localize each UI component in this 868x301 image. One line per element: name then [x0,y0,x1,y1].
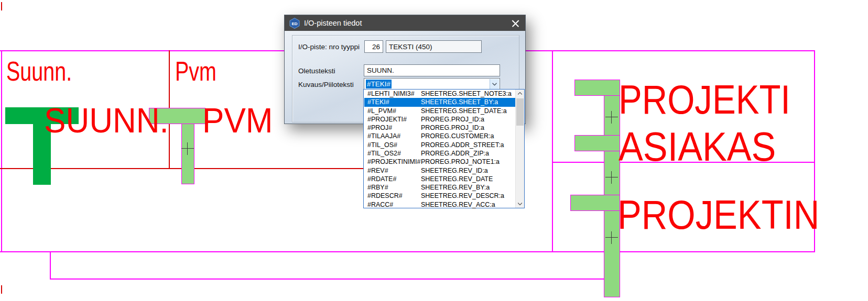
combobox-selected-text: #TEKI# [366,80,392,88]
insertion-point-cross [605,231,618,244]
dropdown-item[interactable]: #RBY#SHEETREG.REV_BY:a [364,183,515,192]
dropdown-item-code: #PROJEKTINIMI# [364,158,421,165]
canvas-text-suunn-placeholder[interactable]: SUUNN. [44,103,169,138]
canvas-text-suunn-label[interactable]: Suunn. [6,58,72,85]
dropdown-item[interactable]: #TIL_OS#PROREG.ADDR_STREET:a [364,141,515,149]
insertion-point-cross [605,111,618,124]
sheet-border-bottom-line [0,251,815,252]
io-point-number-field[interactable]: 26 [364,40,383,53]
chevron-down-icon[interactable] [490,79,499,89]
dropdown-item-code: #TIL_OS2# [364,150,421,157]
dropdown-item[interactable]: #TIL_OS2#PROREG.ADDR_ZIP:a [364,149,515,158]
svg-text:ED: ED [291,21,297,26]
dropdown-list: #LEHTI_NIMI3#SHEETREG.SHEET_NOTE3:a#TEKI… [363,89,525,208]
io-point-marker-asiakas-bar[interactable] [574,135,620,151]
dropdown-item[interactable]: #RDESCR#SHEETREG.REV_DESCR:a [364,192,515,200]
dropdown-item[interactable]: #L_PVM#SHEETREG.SHEET_DATE:a [364,107,515,115]
dropdown-item-code: #TIL_OS# [364,141,421,149]
dropdown-item-code: #PROJ# [364,124,421,131]
dropdown-item-field: SHEETREG.SHEET_DATE:a [421,107,507,115]
titleblock-divider-vertical-line [552,50,553,252]
dropdown-item[interactable]: #REV#SHEETREG.REV_ID:a [364,166,515,174]
scrollbar-thumb[interactable] [516,98,524,126]
dropdown-item-code: #RDESCR# [364,192,421,199]
dropdown-item[interactable]: #PROJEKTINIMI#PROREG.PROJ_NOTE1:a [364,158,515,166]
dropdown-item-code: #RDATE# [364,175,421,183]
io-point-label: I/O-piste: nro tyyppi [298,43,360,51]
dropdown-item-code: #L_PVM# [364,107,421,115]
dropdown-item-field: SHEETREG.SHEET_BY:a [421,98,498,106]
canvas-text-projektin[interactable]: PROJEKTIN [617,194,819,235]
dropdown-item-field: PROREG.ADDR_STREET:a [421,141,504,149]
dropdown-item-code: #RACC# [364,201,421,208]
dropdown-item[interactable]: #PROJEKTI#PROREG.PROJ_ID:a [364,115,515,124]
canvas-text-asiakas[interactable]: ASIAKAS [619,126,776,167]
canvas-text-pvm-label[interactable]: Pvm [175,58,216,85]
dropdown-rows: #LEHTI_NIMI3#SHEETREG.SHEET_NOTE3:a#TEKI… [364,90,515,208]
default-text-label: Oletusteksti [298,67,335,75]
dropdown-item-field: PROREG.ADDR_ZIP:a [421,150,489,157]
hidden-text-combobox[interactable]: #TEKI# [364,78,500,90]
dropdown-item[interactable]: #LEHTI_NIMI3#SHEETREG.SHEET_NOTE3:a [364,90,515,98]
close-icon[interactable] [512,19,519,27]
dropdown-item-field: SHEETREG.REV_ACC:a [421,201,495,208]
canvas-text-pvm-placeholder[interactable]: PVM [202,103,273,138]
dropdown-item-code: #PROJEKTI# [364,116,421,123]
io-point-marker-projektin-bar[interactable] [570,195,620,211]
insertion-point-cross [605,171,618,184]
dropdown-item[interactable]: #RACC#SHEETREG.REV_ACC:a [364,200,515,208]
dropdown-item-code: #TILAAJA# [364,132,421,140]
dialog-title: I/O-pisteen tiedot [304,19,362,27]
dropdown-item-code: #LEHTI_NIMI3# [364,90,421,97]
insertion-point-cross [181,142,194,155]
dropdown-item-field: SHEETREG.REV_ID:a [421,167,488,174]
scroll-up-icon[interactable] [516,90,524,97]
dropdown-item[interactable]: #PROJ#PROREG.PROJ_ID:a [364,124,515,132]
dropdown-item-code: #REV# [364,167,421,174]
sheet-corner-mark-top [1,2,2,10]
dropdown-item-field: SHEETREG.SHEET_NOTE3:a [421,90,512,97]
dropdown-item[interactable]: #TILAAJA#PROREG.CUSTOMER:a [364,132,515,140]
hidden-text-label: Kuvaus/Piiloteksti [298,81,354,88]
io-point-type-field: TEKSTI (450) [386,40,482,53]
lower-frame-line [50,278,617,280]
dropdown-item-code: #RBY# [364,184,421,191]
canvas-text-projekti[interactable]: PROJEKTI [619,79,790,120]
dropdown-scrollbar[interactable] [515,90,524,208]
lower-frame-left-line [50,251,51,280]
sheet-corner-mark-bottom [1,285,2,294]
dropdown-item-field: PROREG.PROJ_ID:a [421,116,484,123]
sheet-border-left-line [1,50,2,252]
dropdown-item-field: SHEETREG.REV_BY:a [421,184,490,191]
dialog-title-bar[interactable]: ED I/O-pisteen tiedot [285,15,525,31]
io-point-marker-projekti-bar[interactable] [574,80,620,96]
dropdown-item-field: PROREG.PROJ_NOTE1:a [421,158,500,165]
dropdown-item-field: PROREG.PROJ_ID:a [421,124,484,131]
dropdown-item[interactable]: #TEKI#SHEETREG.SHEET_BY:a [364,98,515,106]
scroll-down-icon[interactable] [516,200,524,208]
cad-canvas: Suunn. Pvm SUUNN. PVM PROJEKTI ASIAKAS P… [0,0,868,301]
dropdown-item-field: SHEETREG.REV_DATE [421,175,493,183]
dropdown-item-field: SHEETREG.REV_DESCR:a [421,192,504,199]
app-hexagon-icon: ED [289,18,300,29]
dropdown-item-field: PROREG.CUSTOMER:a [421,132,494,140]
default-text-input[interactable]: SUUNN. [364,64,500,76]
dropdown-item[interactable]: #RDATE#SHEETREG.REV_DATE [364,175,515,183]
dropdown-item-code: #TEKI# [364,98,421,106]
